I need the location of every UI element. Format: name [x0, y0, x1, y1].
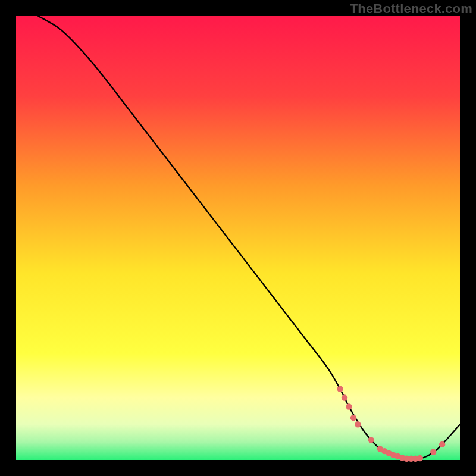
- bottleneck-curve: [38, 16, 460, 459]
- data-marker: [368, 437, 374, 443]
- data-marker: [337, 386, 343, 392]
- plot-area: [16, 16, 460, 460]
- data-marker: [439, 441, 445, 447]
- watermark-text: TheBottleneck.com: [350, 1, 472, 17]
- data-marker: [355, 421, 361, 427]
- data-marker: [342, 394, 347, 400]
- marker-group: [337, 386, 445, 462]
- chart-container: TheBottleneck.com: [0, 0, 476, 476]
- data-marker: [346, 403, 352, 409]
- data-marker: [430, 449, 436, 455]
- data-marker: [350, 415, 356, 421]
- data-marker: [417, 455, 423, 461]
- curve-layer: [16, 16, 460, 460]
